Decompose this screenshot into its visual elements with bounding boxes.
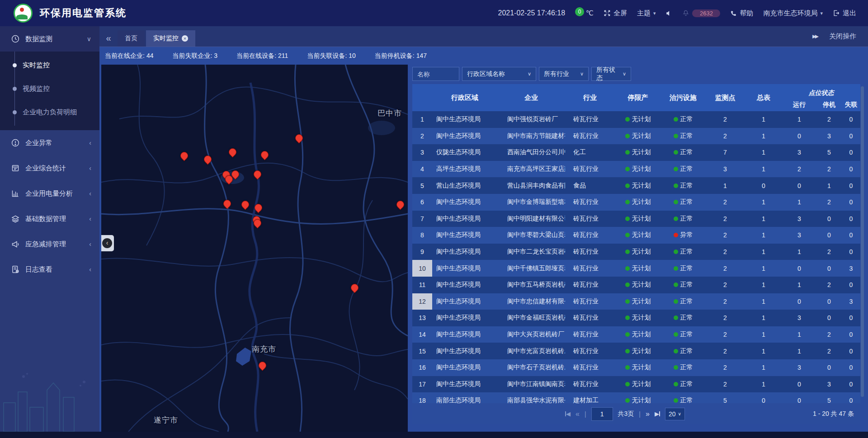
cell-industry: 砖瓦行业 [565, 165, 615, 173]
cell-run: 1 [782, 331, 816, 338]
cell-lost: 0 [842, 348, 860, 355]
table-row[interactable]: 16阆中生态环境局阆中市石子页岩机砖厂砖瓦行业无计划正常21300 [412, 359, 860, 376]
page-size-select[interactable]: 20∨ [665, 408, 685, 420]
table-row[interactable]: 11阆中生态环境局阆中市五马桥页岩机砖砖瓦行业无计划正常21120 [412, 277, 860, 293]
sidebar-group-企业综合统计[interactable]: 企业综合统计‹ [0, 155, 99, 181]
page-next-button[interactable]: » [646, 410, 650, 418]
cell-points: 2 [705, 116, 745, 123]
chevron-left-icon: ‹ [89, 215, 91, 222]
sidebar-group-企业用电量分析[interactable]: 企业用电量分析‹ [0, 181, 99, 206]
table-row[interactable]: 9阆中生态环境局阆中市二龙长宝页岩砖砖瓦行业无计划正常21120 [412, 244, 860, 260]
sidebar-collapse-handle[interactable]: ‹ [101, 235, 114, 251]
table-row[interactable]: 18南部生态环境局南部县强华水泥有限公建材加工无计划正常50050 [412, 392, 860, 403]
sidebar-group-基础数据管理[interactable]: 基础数据管理‹ [0, 206, 99, 231]
region-filter-select[interactable]: 行政区域名称∨ [462, 67, 536, 81]
page-prev-button[interactable]: « [576, 410, 580, 418]
sidebar-subitem-视频监控[interactable]: 视频监控 [0, 77, 99, 100]
table-row[interactable]: 13阆中生态环境局阆中市金福旺页岩机砖砖瓦行业无计划正常21300 [412, 310, 860, 326]
table-row[interactable]: 6阆中生态环境局阆中市金博瑞新型墙材砖瓦行业无计划正常21120 [412, 194, 860, 211]
fullscreen-button[interactable]: 全屏 [604, 9, 627, 18]
org-dropdown[interactable]: 南充市生态环境局▾ [763, 9, 823, 18]
cell-lost: 0 [842, 149, 860, 156]
stat-value: 211 [278, 52, 288, 59]
notifications-button[interactable]: 2632 [682, 9, 720, 17]
table-row[interactable]: 5营山生态环境局营山县润丰肉食品有限食品无计划正常10010 [412, 177, 860, 194]
table-row[interactable]: 12阆中生态环境局阆中市忠信建材有限公砖瓦行业无计划正常21003 [412, 293, 860, 310]
cell-limit: 无计划 [615, 248, 661, 256]
page-first-button[interactable]: ◀ [565, 410, 571, 417]
volume-button[interactable] [665, 10, 672, 17]
sidebar-subitem-label: 视频监控 [23, 85, 50, 93]
table-row[interactable]: 14阆中生态环境局阆中大兴页岩机砖厂砖瓦行业无计划正常21120 [412, 326, 860, 343]
status-dot-green [674, 117, 678, 122]
table-row[interactable]: 3仪陇生态环境局西南油气田分公司川中化工无计划正常71350 [412, 144, 860, 161]
sidebar-group-数据监测[interactable]: 数据监测∨ [0, 26, 99, 52]
table-row[interactable]: 15阆中生态环境局阆中市光富页岩机砖厂砖瓦行业无计划正常21120 [412, 343, 860, 359]
stat-item: 当前停机设备:147 [375, 52, 427, 60]
bullet-icon [13, 63, 17, 67]
help-button[interactable]: 帮助 [730, 9, 753, 18]
table-row[interactable]: 2阆中生态环境局阆中市南方节能建材有砖瓦行业无计划正常21030 [412, 128, 860, 145]
status-dot-green [674, 349, 678, 353]
cell-lost: 0 [842, 132, 860, 140]
cell-company: 阆中市金博瑞新型墙材 [497, 198, 565, 206]
name-filter-input[interactable] [412, 67, 459, 81]
table-scrollbar[interactable] [861, 86, 864, 397]
cell-points: 2 [705, 364, 745, 371]
theme-dropdown[interactable]: 主题▾ [637, 9, 656, 18]
cell-points: 2 [705, 381, 745, 388]
cell-limit: 无计划 [615, 215, 661, 223]
page-last-button[interactable]: ▶ [655, 410, 660, 417]
tab-首页[interactable]: 首页 [118, 30, 145, 47]
cell-facility: 正常 [661, 330, 705, 339]
sidebar-group-应急减排管理[interactable]: 应急减排管理‹ [0, 231, 99, 257]
cell-lost: 0 [842, 248, 860, 255]
status-dot-green [625, 382, 630, 386]
status-dot-green [625, 365, 630, 370]
status-dot-green [674, 250, 678, 254]
industry-filter-select[interactable]: 所有行业∨ [539, 67, 589, 81]
col-stop: 停机 [816, 101, 842, 109]
table-row[interactable]: 17阆中生态环境局阆中市江南镇阆南页岩砖瓦行业无计划正常21030 [412, 376, 860, 393]
sidebar-group-企业异常[interactable]: 企业异常‹ [0, 130, 99, 155]
tab-close-icon[interactable]: × [182, 35, 188, 42]
cell-meters: 1 [745, 248, 782, 255]
cell-points: 2 [705, 132, 745, 140]
sidebar-group-日志查看[interactable]: 日志查看‹ [0, 257, 99, 282]
status-dot-green [625, 398, 630, 403]
table-row[interactable]: 8阆中生态环境局阆中市枣碧大梁山页岩砖瓦行业无计划异常21300 [412, 227, 860, 244]
cell-facility: 正常 [661, 347, 705, 355]
log-file-icon [11, 265, 20, 274]
cell-run: 0 [782, 132, 816, 140]
status-dot-green [625, 299, 630, 304]
cell-stop: 2 [816, 198, 842, 206]
chevron-left-icon: ‹ [89, 139, 91, 146]
cell-company: 营山县润丰肉食品有限 [497, 182, 565, 190]
phone-icon [730, 10, 737, 17]
cell-company: 阆中明阳建材有限公司 [497, 215, 565, 223]
sidebar-subitem-实时监控[interactable]: 实时监控 [0, 53, 99, 77]
table-row[interactable]: 10阆中生态环境局阆中千佛镇五郎垭页岩砖瓦行业无计划正常21003 [412, 260, 860, 277]
cell-lost: 0 [842, 364, 860, 371]
map-panel[interactable]: 巴中市南充市遂宁市 ‹ [101, 65, 408, 432]
sidebar-subitem-企业电力负荷明细[interactable]: 企业电力负荷明细 [0, 100, 99, 124]
sidebar-group-label: 基础数据管理 [25, 215, 66, 223]
cell-meters: 1 [745, 381, 782, 388]
table-row[interactable]: 7阆中生态环境局阆中明阳建材有限公司砖瓦行业无计划正常21300 [412, 211, 860, 227]
status-filter-select[interactable]: 所有状态∨ [591, 67, 631, 81]
logout-button[interactable]: 退出 [833, 9, 856, 18]
cell-row-number: 12 [412, 293, 432, 310]
cell-points: 2 [705, 314, 745, 321]
table-row[interactable]: 4高坪生态环境局南充市高坪区王家店建砖瓦行业无计划正常31220 [412, 161, 860, 178]
cell-company: 阆中市光富页岩机砖厂 [497, 347, 565, 355]
sidebar-subitem-label: 企业电力负荷明细 [23, 108, 77, 117]
cell-limit: 无计划 [615, 132, 661, 140]
table-body: 1阆中生态环境局阆中强锐页岩砖厂砖瓦行业无计划正常211202阆中生态环境局阆中… [412, 111, 860, 403]
table-row[interactable]: 1阆中生态环境局阆中强锐页岩砖厂砖瓦行业无计划正常21120 [412, 111, 860, 128]
tab-实时监控[interactable]: 实时监控× [146, 30, 195, 47]
tabs-scroll-left-button[interactable]: « [99, 29, 118, 47]
tabs-scroll-right-icon[interactable]: ▶▶ [812, 33, 817, 39]
page-input[interactable] [591, 407, 613, 421]
close-operations-button[interactable]: 关闭操作 [829, 32, 856, 41]
cell-facility: 正常 [661, 380, 705, 388]
